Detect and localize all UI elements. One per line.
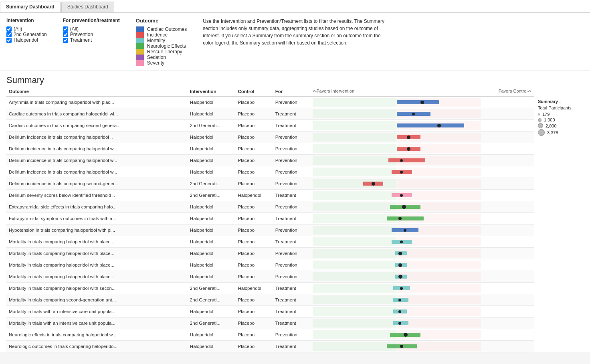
prevention-checkbox[interactable] bbox=[63, 32, 68, 37]
col-header-intervention: Intervention bbox=[188, 87, 236, 96]
for-cell: Prevention bbox=[273, 224, 310, 236]
table-row[interactable]: Neurologic outcomes in trials comparing … bbox=[6, 341, 534, 352]
intervention-checkbox-item: Haloperidol bbox=[6, 37, 47, 43]
table-row[interactable]: Cardiac outcomes in trials comparing hal… bbox=[6, 108, 534, 120]
table-row[interactable]: Mortality in trials comparing second-gen… bbox=[6, 294, 534, 306]
table-row[interactable]: Mortality in trials with an intensive ca… bbox=[6, 306, 534, 317]
chart-cell bbox=[310, 317, 534, 329]
for-cell: Treatment bbox=[273, 294, 310, 306]
table-row[interactable]: Cardiac outcomes in trials comparing sec… bbox=[6, 120, 534, 131]
table-row[interactable]: Delirium severity scores below identifie… bbox=[6, 190, 534, 201]
prevention-checkbox[interactable] bbox=[63, 26, 68, 32]
forest-dot bbox=[400, 159, 403, 162]
for-cell: Prevention bbox=[273, 131, 310, 143]
legend-item[interactable]: Incidence bbox=[136, 32, 187, 38]
intervention-cell: Haloperidol bbox=[188, 224, 236, 236]
legend-item[interactable]: Cardiac Outcomes bbox=[136, 26, 187, 32]
forest-dot bbox=[437, 124, 441, 127]
control-cell: Placebo bbox=[235, 96, 273, 108]
control-cell: Placebo bbox=[235, 341, 273, 352]
control-cell: Placebo bbox=[235, 201, 273, 213]
for-cell: Treatment bbox=[273, 306, 310, 317]
table-row[interactable]: Mortality in trials comparing haloperido… bbox=[6, 271, 534, 283]
favors-intervention-label: <-Favors Intervention bbox=[313, 89, 354, 93]
forest-dot bbox=[412, 113, 415, 115]
intervention-checkbox[interactable] bbox=[6, 32, 12, 37]
for-cell: Treatment bbox=[273, 108, 310, 120]
control-cell: Placebo bbox=[235, 329, 273, 341]
legend-item[interactable]: Sedation bbox=[136, 55, 187, 60]
intervention-cell: Haloperidol bbox=[188, 271, 236, 283]
legend-item[interactable]: Severity bbox=[136, 60, 187, 66]
outcome-cell: Cardiac outcomes in trials comparing sec… bbox=[6, 120, 188, 131]
intervention-cell: Haloperidol bbox=[188, 329, 236, 341]
table-row[interactable]: Delirium incidence in trials comparing h… bbox=[6, 155, 534, 166]
table-row[interactable]: Neurologic effects in trials comparing h… bbox=[6, 329, 534, 341]
chart-cell bbox=[310, 294, 534, 306]
forest-dot bbox=[400, 241, 403, 243]
legend-color-swatch bbox=[136, 38, 144, 43]
outcome-cell: Mortality in trials comparing haloperido… bbox=[6, 259, 188, 271]
table-row[interactable]: Mortality in trials comparing haloperido… bbox=[6, 283, 534, 294]
forest-dot bbox=[420, 101, 424, 104]
forest-dot bbox=[398, 322, 401, 325]
outcome-cell: Arrythmia in trials comparing haloperido… bbox=[6, 96, 188, 108]
table-row[interactable]: Hypotension in trials comparing haloperi… bbox=[6, 224, 534, 236]
outcome-cell: Delirium incidence in trials comparing h… bbox=[6, 131, 188, 143]
control-cell: Placebo bbox=[235, 248, 273, 259]
intervention-cell: Haloperidol bbox=[188, 108, 236, 120]
table-row[interactable]: Delirium incidence in trials comparing h… bbox=[6, 166, 534, 178]
for-cell: Treatment bbox=[273, 317, 310, 329]
table-row[interactable]: Extrapyramidal side effects in trials co… bbox=[6, 201, 534, 213]
legend-color-swatch bbox=[136, 43, 144, 49]
outcome-cell: Delirium severity scores below identifie… bbox=[6, 190, 188, 201]
outcome-cell: Mortality in trials comparing haloperido… bbox=[6, 283, 188, 294]
size-label: 179 bbox=[542, 112, 550, 117]
prevention-checkbox[interactable] bbox=[63, 38, 68, 43]
forest-dot bbox=[400, 194, 403, 197]
legend-item[interactable]: Rescue Therapy bbox=[136, 49, 187, 55]
control-cell: Placebo bbox=[235, 317, 273, 329]
for-cell: Prevention bbox=[273, 201, 310, 213]
outcome-cell: Cardiac outcomes in trials comparing hal… bbox=[6, 108, 188, 120]
legend-label: Cardiac Outcomes bbox=[147, 26, 187, 32]
legend-label: Neurologic Effects bbox=[147, 43, 186, 49]
intervention-filter: Intervention (All)2nd GenerationHaloperi… bbox=[6, 18, 47, 43]
chart-cell bbox=[310, 143, 534, 155]
table-row[interactable]: Extrapyramidal symptoms outcomes in tria… bbox=[6, 213, 534, 224]
table-row[interactable]: Arrythmia in trials comparing haloperido… bbox=[6, 96, 534, 108]
table-row[interactable]: Mortality in trials comparing haloperido… bbox=[6, 259, 534, 271]
for-cell: Prevention bbox=[273, 166, 310, 178]
tab-summary-dashboard[interactable]: Summary Dashboard bbox=[0, 2, 61, 12]
size-legend-item: 179 bbox=[538, 112, 590, 117]
table-row[interactable]: Mortality in trials with an intensive ca… bbox=[6, 317, 534, 329]
legend-size-title: Summary - bbox=[538, 99, 590, 104]
legend-color-swatch bbox=[136, 55, 144, 60]
intervention-checkbox[interactable] bbox=[6, 26, 12, 32]
for-cell: Treatment bbox=[273, 236, 310, 248]
forest-dot bbox=[404, 229, 406, 232]
legend-item[interactable]: Neurologic Effects bbox=[136, 43, 187, 49]
table-row[interactable]: Mortality in trials comparing haloperido… bbox=[6, 248, 534, 259]
for-cell: Prevention bbox=[273, 259, 310, 271]
chart-cell bbox=[310, 96, 534, 108]
intervention-cell: 2nd Generati... bbox=[188, 120, 236, 131]
control-cell: Placebo bbox=[235, 108, 273, 120]
chart-cell bbox=[310, 178, 534, 190]
legend-color-swatch bbox=[136, 26, 144, 32]
intervention-cell: Haloperidol bbox=[188, 306, 236, 317]
table-row[interactable]: Delirium incidence in trials comparing h… bbox=[6, 143, 534, 155]
size-circle bbox=[538, 123, 543, 128]
table-row[interactable]: Delirium incidence in trials comparing s… bbox=[6, 178, 534, 190]
forest-dot bbox=[372, 182, 375, 186]
legend-item[interactable]: Mortality bbox=[136, 38, 187, 43]
size-label: 3,378 bbox=[547, 130, 558, 135]
intervention-checkbox[interactable] bbox=[6, 38, 12, 43]
table-row[interactable]: Mortality in trials comparing haloperido… bbox=[6, 236, 534, 248]
forest-dot bbox=[398, 252, 402, 255]
for-cell: Treatment bbox=[273, 120, 310, 131]
intervention-cell: Haloperidol bbox=[188, 259, 236, 271]
intervention-cell: 2nd Generati... bbox=[188, 190, 236, 201]
tab-studies-dashboard[interactable]: Studies Dashboard bbox=[61, 2, 114, 12]
table-row[interactable]: Delirium incidence in trials comparing h… bbox=[6, 131, 534, 143]
